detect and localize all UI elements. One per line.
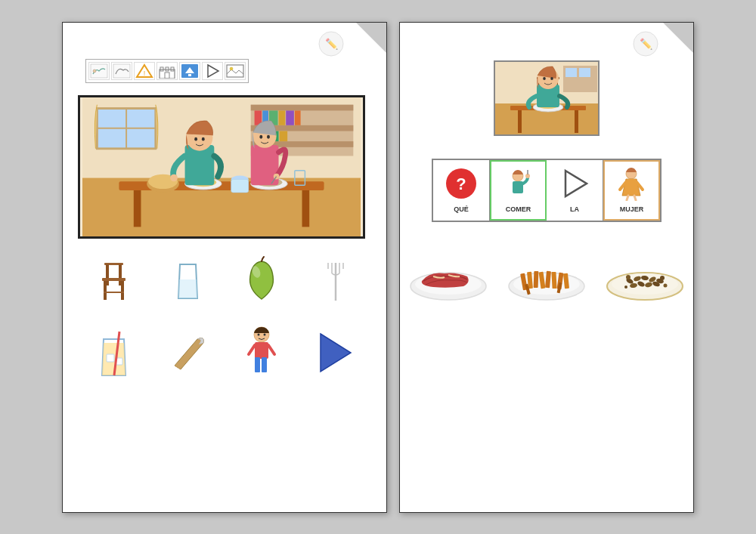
svg-marker-15 xyxy=(208,65,218,77)
svg-rect-64 xyxy=(102,278,125,281)
svg-point-52 xyxy=(194,137,197,140)
toolbar-item-warning[interactable]: ! xyxy=(134,62,155,80)
svg-rect-125 xyxy=(534,270,539,287)
svg-rect-96 xyxy=(518,110,522,133)
pencil-icon-right: ✏️ xyxy=(632,30,659,61)
svg-point-145 xyxy=(660,276,665,280)
svg-point-53 xyxy=(202,137,205,140)
pencil-icon-left: ✏️ xyxy=(318,30,345,61)
svg-marker-113 xyxy=(565,171,587,196)
svg-rect-21 xyxy=(251,104,354,110)
sentence-label-mujer: MUJER xyxy=(620,205,644,213)
food-meat-plate[interactable] xyxy=(407,245,490,305)
svg-rect-33 xyxy=(280,131,288,141)
svg-rect-39 xyxy=(134,190,141,226)
sentence-item-que[interactable]: ? QUÉ xyxy=(433,160,490,221)
toolbar-item-1[interactable] xyxy=(88,62,110,80)
svg-rect-28 xyxy=(286,110,294,125)
svg-point-147 xyxy=(624,286,627,289)
scene-image-left xyxy=(78,95,365,239)
svg-rect-14 xyxy=(188,74,191,76)
svg-point-84 xyxy=(257,334,259,336)
svg-point-85 xyxy=(263,334,265,336)
svg-rect-50 xyxy=(185,144,215,184)
svg-point-105 xyxy=(543,77,546,80)
svg-rect-128 xyxy=(551,271,556,288)
toolbar-item-2[interactable] xyxy=(111,62,132,80)
page-left: ✏️ xyxy=(62,22,387,513)
item-little-person[interactable] xyxy=(226,319,297,387)
toolbar-item-castle[interactable] xyxy=(156,62,178,80)
svg-rect-46 xyxy=(231,179,249,192)
sentence-label-comer: COMER xyxy=(506,205,531,213)
svg-text:✏️: ✏️ xyxy=(640,38,653,51)
svg-marker-86 xyxy=(321,334,351,372)
svg-text:!: ! xyxy=(144,69,146,77)
svg-rect-93 xyxy=(579,68,590,77)
small-scene-image xyxy=(494,60,600,136)
item-play-arrow[interactable] xyxy=(300,319,371,387)
right-content: ? QUÉ xyxy=(400,23,693,320)
svg-rect-40 xyxy=(302,190,310,226)
svg-rect-74 xyxy=(107,354,114,362)
svg-text:✏️: ✏️ xyxy=(325,38,339,51)
food-pasta-plate[interactable] xyxy=(505,245,588,305)
toolbar-item-download[interactable] xyxy=(179,62,200,80)
sentence-item-mujer[interactable]: MUJER xyxy=(603,160,660,221)
sentence-box: ? QUÉ xyxy=(432,159,662,222)
item-knife[interactable] xyxy=(152,319,223,387)
page-right: ✏️ xyxy=(399,22,694,513)
svg-point-17 xyxy=(230,67,233,70)
svg-rect-11 xyxy=(165,73,169,79)
page-fold-right xyxy=(663,23,693,53)
svg-point-57 xyxy=(259,134,262,138)
svg-line-82 xyxy=(249,345,255,354)
svg-rect-27 xyxy=(279,110,286,125)
svg-rect-29 xyxy=(295,110,301,125)
svg-point-3 xyxy=(93,69,96,73)
pages-container: ✏️ xyxy=(62,22,694,513)
svg-rect-97 xyxy=(575,110,578,133)
svg-rect-92 xyxy=(565,68,577,77)
svg-rect-65 xyxy=(104,281,107,300)
item-fork[interactable] xyxy=(300,248,371,316)
toolbar-item-play[interactable] xyxy=(202,62,223,80)
sentence-label-que: QUÉ xyxy=(454,205,469,213)
sentence-label-la: LA xyxy=(570,205,579,213)
answer-options xyxy=(407,245,686,305)
svg-rect-66 xyxy=(121,281,124,300)
svg-line-118 xyxy=(634,196,636,200)
svg-rect-67 xyxy=(104,292,124,293)
svg-rect-79 xyxy=(255,342,268,359)
item-chair[interactable] xyxy=(78,248,149,316)
svg-point-146 xyxy=(664,283,668,287)
sentence-item-la[interactable]: LA xyxy=(547,160,603,221)
svg-rect-81 xyxy=(262,357,267,372)
svg-line-117 xyxy=(627,196,628,200)
toolbar-item-image[interactable] xyxy=(225,62,246,80)
item-glass[interactable] xyxy=(152,248,223,316)
item-pear[interactable] xyxy=(226,248,297,316)
svg-rect-110 xyxy=(513,181,523,193)
item-drink-straw[interactable] xyxy=(78,319,149,387)
toolbar-box: ! xyxy=(85,59,249,83)
svg-point-144 xyxy=(626,275,631,279)
svg-rect-80 xyxy=(255,357,260,372)
svg-point-54 xyxy=(170,174,178,181)
food-beans-plate[interactable] xyxy=(603,245,686,305)
svg-point-106 xyxy=(550,77,553,80)
page-fold-left xyxy=(356,23,386,53)
svg-text:?: ? xyxy=(456,174,466,193)
sentence-item-comer[interactable]: COMER xyxy=(490,160,547,221)
svg-line-83 xyxy=(268,345,274,354)
items-grid xyxy=(78,248,371,387)
svg-point-58 xyxy=(267,134,270,138)
